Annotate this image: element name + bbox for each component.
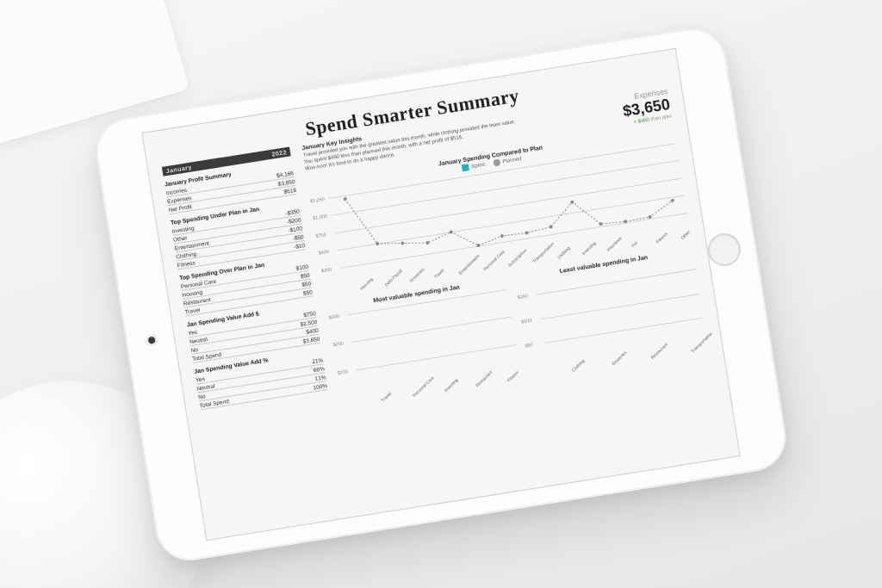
tablet-camera [148,336,156,344]
tablet-screen: Spend Smarter Summary January 2022 Janua… [141,47,740,540]
tablet: Spend Smarter Summary January 2022 Janua… [91,23,791,565]
legend-swatch-spent [462,164,469,171]
most-valuable-chart: Most valuable spending in Jan $300$200$1… [326,275,537,507]
expenses-metric: Expenses $3,650 + $460 than plan [620,86,672,125]
period-month: January [165,164,192,174]
main-panel: January Key Insights Travel provided you… [301,86,724,506]
scene: Spend Smarter Summary January 2022 Janua… [0,0,882,588]
dashboard: Spend Smarter Summary January 2022 Janua… [142,48,739,539]
least-valuable-chart: Least valuable spending in Jan $150$100$… [513,244,724,477]
period-year: 2022 [271,149,287,158]
legend-swatch-planned [493,158,500,166]
home-button[interactable] [705,231,742,268]
